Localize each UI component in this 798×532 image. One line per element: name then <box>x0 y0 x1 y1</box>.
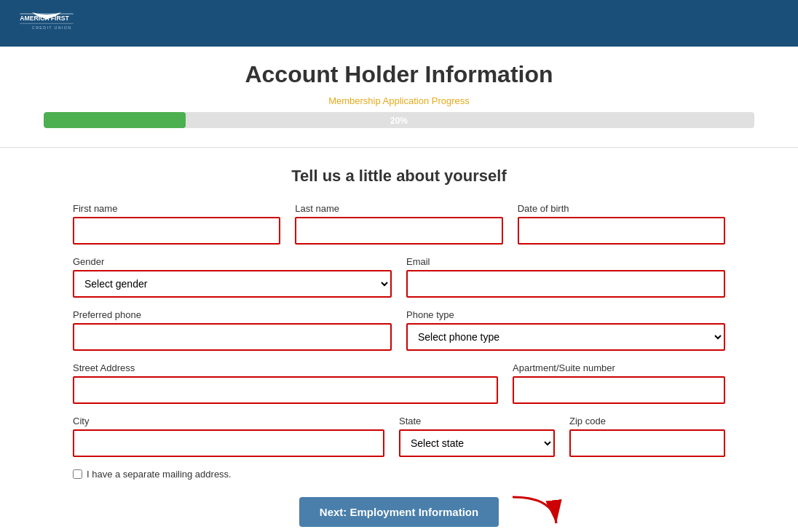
street-address-group: Street Address <box>73 362 498 404</box>
site-header: AMERICA FIRST CREDIT UNION <box>0 0 798 47</box>
gender-group: Gender Select gender Male Female Non-bin… <box>73 256 392 298</box>
progress-bar-fill <box>44 112 186 128</box>
dob-label: Date of birth <box>518 203 725 214</box>
city-input[interactable] <box>73 429 384 457</box>
preferred-phone-group: Preferred phone <box>73 309 392 351</box>
mailing-address-label: I have a separate mailing address. <box>87 469 232 480</box>
zip-label: Zip code <box>569 416 725 426</box>
preferred-phone-label: Preferred phone <box>73 309 392 320</box>
arrow-container <box>507 490 565 532</box>
email-input[interactable] <box>406 270 725 298</box>
form-title: Tell us a little about yourself <box>73 167 725 186</box>
first-name-group: First name <box>73 203 280 245</box>
zip-group: Zip code <box>569 416 725 457</box>
state-select[interactable]: Select state ALAKAZAR CACOCTDE FLGAHIID … <box>399 429 555 457</box>
first-name-label: First name <box>73 203 280 214</box>
last-name-input[interactable] <box>295 217 502 245</box>
last-name-group: Last name <box>295 203 502 245</box>
address-row: Street Address Apartment/Suite number <box>73 362 725 404</box>
logo: AMERICA FIRST CREDIT UNION <box>17 9 76 38</box>
apt-suite-group: Apartment/Suite number <box>513 362 725 404</box>
email-group: Email <box>406 256 725 298</box>
svg-text:CREDIT UNION: CREDIT UNION <box>32 25 71 30</box>
name-dob-row: First name Last name Date of birth <box>73 203 725 245</box>
apt-suite-input[interactable] <box>513 376 725 404</box>
state-group: State Select state ALAKAZAR CACOCTDE FLG… <box>399 416 555 457</box>
phone-row: Preferred phone Phone type Select phone … <box>73 309 725 351</box>
progress-section: Account Holder Information Membership Ap… <box>0 47 798 135</box>
button-row: Next: Employment Information <box>73 497 725 527</box>
last-name-label: Last name <box>295 203 502 214</box>
phone-type-label: Phone type <box>406 309 725 320</box>
phone-type-select[interactable]: Select phone type Mobile Home Work <box>406 323 725 351</box>
phone-type-group: Phone type Select phone type Mobile Home… <box>406 309 725 351</box>
logo-icon: AMERICA FIRST CREDIT UNION <box>17 9 76 38</box>
section-divider <box>0 147 798 148</box>
city-group: City <box>73 416 384 457</box>
gender-label: Gender <box>73 256 392 267</box>
apt-suite-label: Apartment/Suite number <box>513 362 725 373</box>
preferred-phone-input[interactable] <box>73 323 392 351</box>
progress-label: Membership Application Progress <box>44 95 754 106</box>
page-title: Account Holder Information <box>44 61 754 88</box>
mailing-address-checkbox-row: I have a separate mailing address. <box>73 469 725 480</box>
email-label: Email <box>406 256 725 267</box>
progress-bar-text: 20% <box>390 116 408 126</box>
dob-input[interactable] <box>518 217 725 245</box>
form-section: Tell us a little about yourself First na… <box>0 159 798 532</box>
arrow-icon <box>507 490 565 532</box>
next-button[interactable]: Next: Employment Information <box>299 497 499 527</box>
mailing-address-checkbox[interactable] <box>73 469 82 479</box>
progress-bar-container: 20% <box>44 112 754 128</box>
city-state-zip-row: City State Select state ALAKAZAR CACOCTD… <box>73 416 725 457</box>
zip-input[interactable] <box>569 429 725 457</box>
city-label: City <box>73 416 384 426</box>
street-address-input[interactable] <box>73 376 498 404</box>
gender-email-row: Gender Select gender Male Female Non-bin… <box>73 256 725 298</box>
dob-group: Date of birth <box>518 203 725 245</box>
first-name-input[interactable] <box>73 217 280 245</box>
street-address-label: Street Address <box>73 362 498 373</box>
state-label: State <box>399 416 555 426</box>
gender-select[interactable]: Select gender Male Female Non-binary Pre… <box>73 270 392 298</box>
